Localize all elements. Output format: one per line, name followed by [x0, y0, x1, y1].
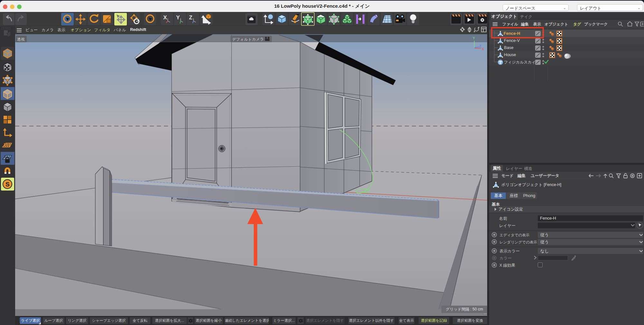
svg-text:Y: Y	[176, 15, 180, 21]
svg-text:X: X	[163, 15, 167, 21]
svg-text:Z: Z	[189, 15, 192, 21]
svg-text:Y: Y	[473, 36, 475, 40]
svg-text:透視: 透視	[17, 37, 25, 42]
svg-text:X: X	[482, 47, 484, 51]
svg-text:デフォルトカメラ: デフォルトカメラ	[232, 37, 264, 42]
svg-text:Z: Z	[479, 44, 481, 48]
svg-text:S: S	[5, 181, 10, 188]
